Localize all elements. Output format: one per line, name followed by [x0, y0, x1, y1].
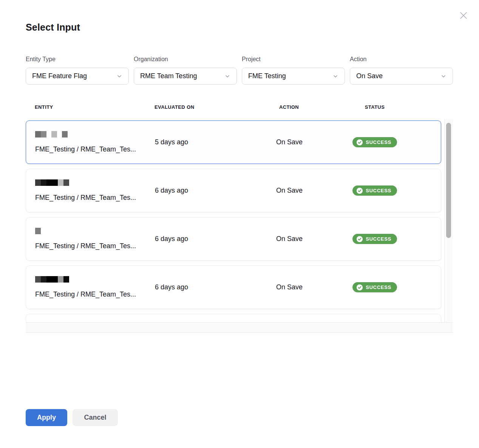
filter-action: Action On Save [350, 56, 453, 85]
status-badge-label: SUCCESS [366, 236, 391, 242]
close-button[interactable] [458, 11, 469, 21]
status-badge: SUCCESS [352, 185, 397, 196]
evaluated-on-cell: 6 days ago [155, 235, 261, 243]
project-value: FME Testing [248, 72, 329, 80]
status-badge: SUCCESS [352, 137, 397, 147]
status-badge: SUCCESS [352, 282, 397, 292]
chevron-down-icon [224, 73, 230, 79]
vertical-scrollbar-track[interactable] [444, 119, 453, 322]
cancel-button[interactable]: Cancel [73, 409, 118, 426]
filter-organization: Organization RME Team Testing [134, 56, 237, 85]
dialog-footer: Apply Cancel [26, 409, 118, 426]
status-badge-label: SUCCESS [366, 139, 391, 145]
results-scroll-area: FME_Testing / RME_Team_Tes... 5 days ago… [26, 119, 453, 333]
entity-subtitle: FME_Testing / RME_Team_Tes... [35, 194, 155, 202]
action-cell: On Save [261, 283, 318, 291]
status-cell: SUCCESS [318, 234, 432, 244]
organization-value: RME Team Testing [140, 72, 221, 80]
column-header-evaluated-on: Evaluated On [155, 104, 261, 110]
entity-cell: FME_Testing / RME_Team_Tes... [35, 179, 155, 202]
entity-type-label: Entity Type [26, 56, 129, 63]
table-header: Entity Evaluated On Action Status [26, 104, 441, 110]
table-row[interactable]: FME_Testing / RME_Team_Tes... 6 days ago… [26, 217, 441, 261]
organization-label: Organization [134, 56, 237, 63]
table-row[interactable]: FME_Testing / RME_Team_Tes... 6 days ago… [26, 169, 441, 212]
apply-button[interactable]: Apply [26, 409, 67, 426]
column-header-entity: Entity [35, 104, 155, 110]
action-label: Action [350, 56, 453, 63]
action-value: On Save [356, 72, 437, 80]
evaluated-on-cell: 6 days ago [155, 187, 261, 195]
action-cell: On Save [261, 187, 318, 195]
results-list: FME_Testing / RME_Team_Tes... 5 days ago… [26, 120, 441, 323]
entity-type-select[interactable]: FME Feature Flag [26, 68, 129, 85]
evaluated-on-cell: 6 days ago [155, 283, 261, 291]
entity-subtitle: FME_Testing / RME_Team_Tes... [35, 290, 155, 298]
status-cell: SUCCESS [318, 137, 432, 147]
redacted-entity-name [35, 276, 155, 283]
column-header-status: Status [317, 104, 432, 110]
redacted-entity-name [35, 228, 155, 234]
horizontal-scrollbar-track[interactable] [26, 322, 453, 333]
entity-cell: FME_Testing / RME_Team_Tes... [35, 131, 155, 153]
action-cell: On Save [261, 235, 318, 243]
table-row[interactable]: FME_Testing / RME_Team_Tes... 5 days ago… [26, 120, 441, 164]
column-header-action: Action [261, 104, 317, 110]
status-badge-label: SUCCESS [366, 188, 391, 193]
status-cell: SUCCESS [318, 185, 432, 196]
action-cell: On Save [261, 138, 318, 146]
entity-cell: FME_Testing / RME_Team_Tes... [35, 276, 155, 298]
table-row-partial[interactable] [26, 314, 441, 323]
check-circle-icon [357, 284, 363, 290]
check-circle-icon [357, 188, 363, 194]
filter-entity-type: Entity Type FME Feature Flag [26, 56, 129, 85]
chevron-down-icon [440, 73, 447, 79]
page-title: Select Input [26, 22, 80, 33]
check-circle-icon [357, 139, 363, 145]
chevron-down-icon [116, 73, 122, 79]
redacted-entity-name [35, 179, 155, 186]
vertical-scrollbar-thumb[interactable] [446, 123, 451, 238]
status-cell: SUCCESS [318, 282, 432, 292]
entity-subtitle: FME_Testing / RME_Team_Tes... [35, 145, 155, 153]
entity-subtitle: FME_Testing / RME_Team_Tes... [35, 242, 155, 250]
action-select[interactable]: On Save [350, 68, 453, 85]
status-badge: SUCCESS [352, 234, 397, 244]
status-badge-label: SUCCESS [366, 284, 391, 290]
filter-bar: Entity Type FME Feature Flag Organizatio… [26, 56, 453, 85]
project-label: Project [242, 56, 345, 63]
filter-project: Project FME Testing [242, 56, 345, 85]
project-select[interactable]: FME Testing [242, 68, 345, 85]
chevron-down-icon [332, 73, 338, 79]
close-icon [459, 11, 468, 21]
redacted-entity-name [35, 131, 155, 137]
check-circle-icon [357, 236, 363, 242]
entity-type-value: FME Feature Flag [32, 72, 113, 80]
select-input-dialog: Select Input Entity Type FME Feature Fla… [0, 0, 479, 448]
entity-cell: FME_Testing / RME_Team_Tes... [35, 228, 155, 250]
evaluated-on-cell: 5 days ago [155, 138, 261, 146]
organization-select[interactable]: RME Team Testing [134, 68, 237, 85]
table-row[interactable]: FME_Testing / RME_Team_Tes... 6 days ago… [26, 266, 441, 309]
